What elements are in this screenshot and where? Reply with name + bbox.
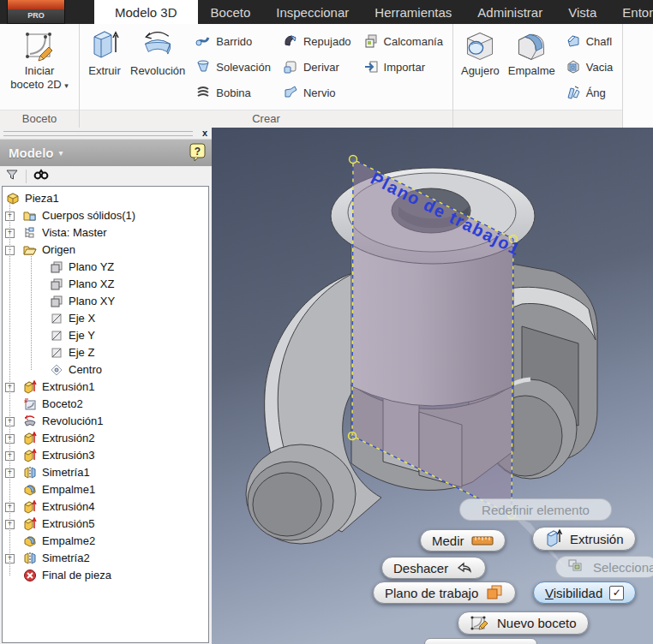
3d-viewport[interactable]: Plano de trabajo1 Redefinir elementoMedi… [212,128,653,644]
tree-item-extrusión5[interactable]: +Extrusión5 [3,516,208,533]
tree-item-extrusión4[interactable]: +Extrusión4 [3,498,208,516]
tree-item-final-de-pieza[interactable]: Final de pieza [3,567,208,584]
tree-item-centro[interactable]: Centro [3,361,208,379]
tree-item-label: Pieza1 [25,192,59,205]
context-button-visibilidad[interactable]: Visibilidad✓ [533,581,636,604]
ribbon-tab-inspeccionar[interactable]: Inspeccionar [263,0,362,24]
dropdown-caret-icon: ▾ [64,81,69,90]
tree-item-eje-x[interactable]: Eje X [3,310,208,327]
application-menu-button[interactable]: PRO [7,0,65,24]
tree-item-extrusión2[interactable]: +Extrusión2 [3,430,208,447]
help-icon[interactable]: ? [189,143,207,162]
browser-toolbar [0,166,212,187]
ribbon-tab-boceto[interactable]: Boceto [198,0,264,24]
ribbon-button-extruir[interactable]: Extruir [84,27,125,80]
plane-icon [50,277,63,291]
plane-corner-handle[interactable] [350,156,357,164]
ribbon-tab-herramientas[interactable]: Herramientas [362,0,464,24]
ribbon-button-iniciar-boceto-2d[interactable]: Iniciar boceto 2D ▾ [4,27,75,94]
button-label: Repujado [303,35,351,48]
pro-badge-label: PRO [8,9,64,23]
context-button-label: Medir [432,534,464,548]
fillet-feature-icon [23,534,37,548]
small-button-column: RepujadoDerivarNervio [277,27,357,107]
tree-item-extrusión1[interactable]: +Extrusión1 [3,379,208,396]
context-button-medir[interactable]: Medir [420,529,506,552]
tree-item-vista-master[interactable]: +Vista: Master [3,224,208,242]
tree-item-plano-xz[interactable]: Plano XZ [3,276,208,293]
tree-item-origen[interactable]: -Origen [3,242,208,259]
panel-label[interactable] [453,110,622,128]
ribbon-button-bobina[interactable]: Bobina [192,80,274,105]
tree-item-label: Vista: Master [42,226,107,239]
tree-item-cuerpos-sólidos-1-[interactable]: +Cuerpos sólidos(1) [3,207,208,224]
tree-item-plano-xy[interactable]: Plano XY [3,293,208,310]
panel-label[interactable]: Crear [80,110,452,128]
panel-label[interactable]: Boceto [0,110,79,128]
tree-item-simetría1[interactable]: +Simetría1 [3,464,208,481]
ribbon-tab-entornos[interactable]: Entornos [609,0,653,24]
tree-item-boceto2[interactable]: zBoceto2 [3,396,208,413]
revolve-feature-icon [23,414,37,428]
ribbon-button-derivar[interactable]: Derivar [279,54,355,80]
ribbon-tab-administrar[interactable]: Administrar [464,0,555,24]
tree-item-extrusión3[interactable]: +Extrusión3 [3,447,208,464]
tree-item-label: Extrusión5 [42,517,94,530]
tree-item-pieza1[interactable]: Pieza1 [3,190,208,207]
tree-item-plano-yz[interactable]: Plano YZ [3,259,208,276]
search-icon[interactable] [33,168,49,185]
tree-guide-line [9,202,10,575]
tree-item-label: Origen [42,243,75,256]
sweep-icon [195,33,211,49]
ribbon-panel-boceto: Iniciar boceto 2D ▾Boceto [0,24,80,128]
ribbon-tab-bar: Modelo 3DBocetoInspeccionarHerramientasA… [94,0,653,24]
ribbon-button-nervio[interactable]: Nervio [279,80,355,105]
context-button-nuevo-boceto[interactable]: Nuevo boceto [458,611,589,635]
context-button-partial[interactable] [424,638,537,644]
context-button-label: Redefinir elemento [482,503,590,517]
ribbon-panel-modify: Agujero EmpalmeChaflVaciaÁng [453,24,623,128]
browser-title[interactable]: Modelo [9,146,54,160]
tree-item-label: Final de pieza [42,569,111,581]
tree-item-eje-z[interactable]: Eje Z [3,344,208,361]
ribbon-button-empalme[interactable]: Empalme [505,27,559,80]
plane-corner-handle[interactable] [349,432,356,440]
ribbon-tab-vista[interactable]: Vista [555,0,609,24]
ribbon-button-chafl[interactable]: Chafl [562,28,617,54]
ribbon-button-vacia[interactable]: Vacia [562,54,617,80]
close-icon[interactable]: x [202,128,207,138]
button-label: Derivar [303,61,339,74]
browser-grab-bar[interactable]: x [0,128,212,140]
tree-item-label: Extrusión2 [42,432,94,444]
ribbon-button-barrido[interactable]: Barrido [192,28,274,54]
tree-item-empalme1[interactable]: Empalme1 [3,481,208,498]
tree-item-label: Empalme1 [42,483,95,496]
tree-item-empalme2[interactable]: Empalme2 [3,533,208,550]
ribbon-tab-modelo-3d[interactable]: Modelo 3D [94,0,198,24]
context-button-deshacer[interactable]: Deshacer [381,557,486,579]
axis-icon [50,312,63,325]
ribbon-button-áng[interactable]: Áng [562,80,617,105]
ribbon-button-calcomanía[interactable]: Calcomanía [360,28,446,54]
tree-item-eje-y[interactable]: Eje Y [3,327,208,344]
revolve-icon [141,28,175,64]
tree-item-label: Extrusión4 [42,500,94,513]
filter-icon[interactable] [5,168,19,185]
tree-item-simetría2[interactable]: +Simetría2 [3,550,208,567]
extrude-feature-icon [23,449,37,462]
axis-icon [50,346,63,360]
ribbon-button-solevación[interactable]: Solevación [192,54,274,80]
ribbon-button-importar[interactable]: Importar [360,54,446,80]
tree-item-label: Empalme2 [42,534,95,547]
context-button-plano-trabajo[interactable]: Plano de trabajo [373,581,516,604]
ribbon-button-agujero[interactable]: Agujero [458,27,503,80]
tree-item-label: Simetría1 [42,466,90,479]
chevron-down-icon[interactable]: ▾ [59,148,63,158]
ribbon-button-revolución[interactable]: Revolución [127,27,189,80]
ribbon-button-repujado[interactable]: Repujado [279,28,355,54]
context-button-extrusion[interactable]: Extrusión [532,527,636,551]
browser-header: Modelo ▾ ? [0,140,212,166]
tree-item-revolución1[interactable]: +Revolución1 [3,413,208,430]
small-button-column: CalcomaníaImportar [357,27,449,81]
axis-icon [50,329,63,343]
